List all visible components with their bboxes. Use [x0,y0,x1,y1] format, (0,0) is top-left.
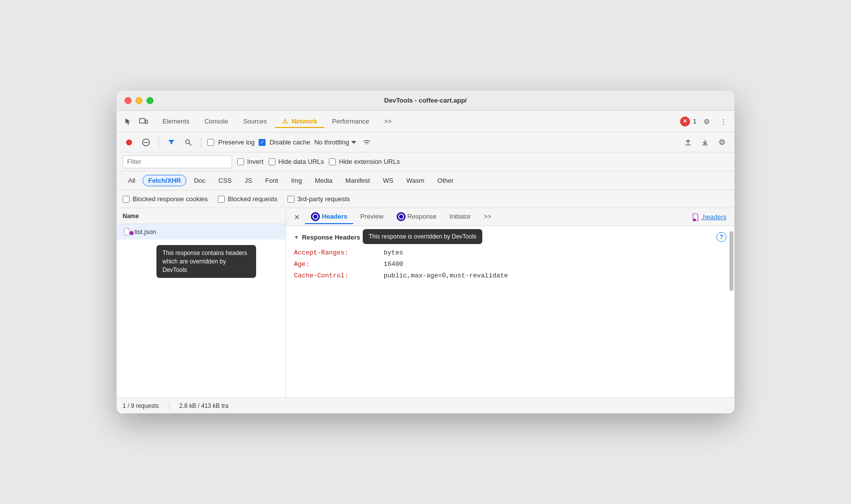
window-title: DevTools - coffee-cart.app/ [384,97,467,104]
third-party-checkbox[interactable] [287,196,294,203]
transfer-size: 2.8 kB / 413 kB tra [179,402,229,409]
tab-response[interactable]: Response [391,210,443,224]
error-indicator: ✕ 1 [680,117,697,126]
third-party-label: 3rd-party requests [297,195,350,203]
devtools-icons [121,115,150,128]
title-bar: DevTools - coffee-cart.app/ [117,91,734,111]
blocked-cookies-label: Blocked response cookies [133,195,208,203]
help-icon[interactable]: ? [716,232,726,242]
blocked-requests-label: Blocked requests [228,195,278,203]
header-value: 16400 [384,260,403,268]
minimize-button[interactable] [136,97,142,104]
tab-sources[interactable]: Sources [236,115,274,128]
toolbar-divider-1 [158,137,159,147]
headers-file-button[interactable]: .headers [688,211,730,223]
cursor-icon[interactable] [121,115,135,128]
headers-tab-container: Headers [305,210,353,224]
traffic-lights [125,97,153,104]
tab-elements[interactable]: Elements [155,115,196,128]
header-value: public,max-age=0,must-revalidate [384,272,508,279]
maximize-button[interactable] [146,97,153,104]
more-options-icon[interactable]: ⋮ [716,115,730,128]
search-button[interactable] [182,136,195,149]
status-divider [169,402,169,410]
hide-data-urls-label: Hide data URLs [279,158,324,165]
tab-console[interactable]: Console [197,115,235,128]
network-toolbar: Preserve log ✓ Disable cache No throttli… [117,132,734,152]
hide-data-urls-checkbox[interactable] [269,158,276,165]
type-btn-doc[interactable]: Doc [188,175,211,186]
response-headers-section: ▼ Response Headers ? Accept-Ranges: byte… [294,232,726,281]
clear-button[interactable] [140,136,152,149]
tab-performance[interactable]: Performance [325,115,376,128]
close-button[interactable] [125,97,132,104]
response-headers-title: ▼ Response Headers ? [294,232,726,242]
type-btn-js[interactable]: JS [239,175,258,186]
main-content: Name list.json This response contains he… [117,208,734,397]
header-row-cache-control: Cache-Control: public,max-age=0,must-rev… [294,270,726,281]
status-bar: 1 / 9 requests 2.8 kB / 413 kB tra [117,397,734,413]
type-btn-all[interactable]: All [123,175,141,186]
blocked-cookies-checkbox[interactable] [123,196,130,203]
type-btn-font[interactable]: Font [260,175,284,186]
invert-group: Invert [237,158,264,165]
svg-point-2 [126,139,132,145]
type-btn-media[interactable]: Media [309,175,338,186]
close-detail-button[interactable]: ✕ [290,210,304,224]
wifi-icon[interactable] [360,136,373,149]
blocked-bar: Blocked response cookies Blocked request… [117,190,734,208]
header-value: bytes [384,249,403,256]
error-count: 1 [693,118,697,125]
response-override-tooltip: This response is overridden by DevTools [363,229,482,244]
response-tab-container: Response This response is overridden by … [391,210,443,224]
stop-recording-button[interactable] [123,136,136,149]
list-item[interactable]: list.json [117,224,285,240]
tab-network[interactable]: ⚠ Network [275,115,324,128]
svg-rect-0 [140,119,145,123]
disable-cache-checkbox[interactable]: ✓ [259,139,266,146]
filter-bar: Invert Hide data URLs Hide extension URL… [117,152,734,171]
device-toggle-icon[interactable] [137,115,150,128]
invert-checkbox[interactable] [237,158,244,165]
requests-count: 1 / 9 requests [123,402,159,409]
export-button[interactable] [699,136,711,149]
tab-initiator[interactable]: Initiator [443,211,477,223]
error-close-icon: ✕ [680,117,690,126]
throttle-selector[interactable]: No throttling [314,138,356,146]
network-settings-icon[interactable]: ⚙ [715,136,728,149]
preserve-log-label: Preserve log [218,138,255,146]
import-button[interactable] [682,136,695,149]
hide-extension-urls-group: Hide extension URLs [329,158,400,165]
settings-icon[interactable]: ⚙ [700,115,713,128]
filename: list.json [135,228,156,236]
devtools-window: DevTools - coffee-cart.app/ Elements Con… [117,91,734,413]
hide-extension-urls-label: Hide extension URLs [339,158,400,165]
tab-overflow[interactable]: >> [377,115,399,128]
type-btn-ws[interactable]: WS [377,175,399,186]
type-btn-fetch-xhr[interactable]: Fetch/XHR [142,175,186,186]
type-btn-css[interactable]: CSS [213,175,237,186]
tab-overflow-detail[interactable]: >> [478,211,497,223]
filter-button[interactable] [165,136,178,149]
scrollbar-track[interactable] [729,226,733,397]
tab-headers[interactable]: Headers [305,210,353,224]
type-btn-other[interactable]: Other [432,175,459,186]
list-item-container: list.json This response contains headers… [117,224,285,240]
tab-preview[interactable]: Preview [354,211,389,223]
filter-input[interactable] [123,155,232,168]
network-list-panel: Name list.json This response contains he… [117,208,286,397]
type-btn-wasm[interactable]: Wasm [401,175,429,186]
preserve-log-checkbox[interactable] [207,139,214,146]
blocked-requests-group: Blocked requests [218,195,278,203]
type-btn-img[interactable]: Img [285,175,307,186]
type-btn-manifest[interactable]: Manifest [340,175,375,186]
network-list-header: Name [117,208,285,224]
disable-cache-label: Disable cache [270,138,310,146]
blocked-requests-checkbox[interactable] [218,196,225,203]
hide-data-urls-group: Hide data URLs [269,158,324,165]
headers-override-radio-icon [311,212,320,221]
hide-extension-urls-checkbox[interactable] [329,158,336,165]
invert-label: Invert [247,158,264,165]
scrollbar-thumb[interactable] [729,231,733,291]
toolbar-divider-2 [201,137,201,147]
